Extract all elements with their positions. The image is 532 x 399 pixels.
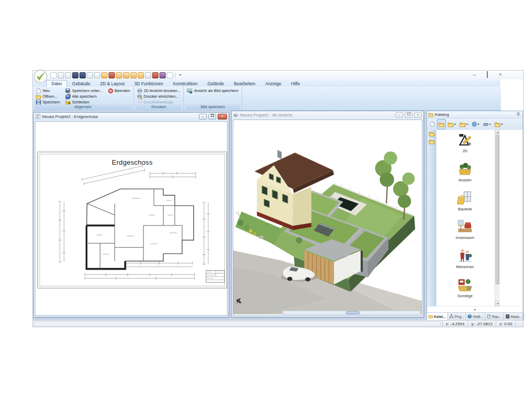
catalog-item-menschen[interactable]: Menschen bbox=[446, 248, 484, 277]
house-3d-render bbox=[233, 120, 422, 315]
menu-drucker-einrichten[interactable]: Drucker einrichten... bbox=[137, 94, 181, 99]
tab-2d-layout[interactable]: 2D & Layout bbox=[96, 81, 129, 87]
undo-icon[interactable] bbox=[58, 72, 64, 78]
tab-gelaende[interactable]: Gelände bbox=[203, 81, 229, 87]
catalog-strip-folder1-icon[interactable] bbox=[429, 131, 435, 137]
toolbar-overflow-icon[interactable] bbox=[179, 74, 182, 76]
catalog-side-strip bbox=[427, 130, 436, 306]
grid-icon[interactable] bbox=[94, 72, 100, 78]
view3d-horizontal-scrollbar[interactable] bbox=[283, 311, 420, 315]
flag-icon[interactable] bbox=[152, 72, 158, 78]
scroll-up-icon[interactable] bbox=[495, 130, 500, 135]
catalog-header[interactable]: Katalog bbox=[427, 111, 523, 118]
x-label: x: bbox=[446, 322, 449, 326]
connections-icon[interactable] bbox=[130, 72, 137, 78]
scroll-down-icon[interactable] bbox=[495, 301, 500, 306]
catalog-item-sonstige[interactable]: Sonstige bbox=[446, 277, 484, 306]
tab-anzeige[interactable]: Anzeige bbox=[260, 81, 286, 87]
catalog-web-button[interactable] bbox=[470, 119, 481, 129]
tab-hilfe[interactable]: Hilfe bbox=[286, 81, 304, 87]
heating-icon[interactable] bbox=[116, 72, 122, 78]
ruler-icon[interactable] bbox=[87, 72, 93, 78]
plan-canvas[interactable]: Erdgeschoss bbox=[35, 121, 228, 316]
tab-projekt[interactable]: Proj... bbox=[448, 313, 466, 320]
menu-drucker-einrichten-label: Drucker einrichten... bbox=[144, 94, 179, 99]
catalog-more-button[interactable] bbox=[493, 119, 504, 129]
redo-icon[interactable] bbox=[65, 72, 71, 78]
catalog-strip-folder2-icon[interactable] bbox=[429, 139, 435, 144]
copy-icon[interactable] bbox=[167, 72, 173, 78]
menu-druckreihenfolge-label: Druckreihenfolge bbox=[144, 100, 174, 104]
catalog-item-aussen[interactable]: Aussen bbox=[446, 161, 484, 190]
catalog-scrollbar-thumb[interactable] bbox=[496, 135, 499, 284]
menu-oeffnen[interactable]: Öffnen... bbox=[36, 94, 60, 99]
catalog-favorites-button[interactable] bbox=[458, 119, 470, 129]
view3d-window-title: Neues Projekt2 : 3D-Ansicht bbox=[240, 113, 394, 117]
plan-window: Neues Projekt2 : Erdgeschoss – × Erdgesc… bbox=[33, 112, 229, 317]
layers-icon[interactable] bbox=[159, 72, 166, 78]
view3d-maximize-button[interactable] bbox=[405, 112, 413, 118]
view3d-close-button[interactable]: × bbox=[414, 112, 422, 118]
materials-icon[interactable] bbox=[109, 72, 115, 78]
y-value: -27,0812 bbox=[476, 322, 493, 326]
plan-window-titlebar[interactable]: Neues Projekt2 : Erdgeschoss – × bbox=[34, 113, 229, 120]
catalog-item-label: Menschen bbox=[456, 264, 474, 269]
view3d-scrollbar-handle[interactable] bbox=[346, 311, 360, 314]
menu-schliessen-label: Schließen bbox=[72, 100, 89, 104]
pin-icon[interactable] bbox=[515, 112, 521, 117]
tab-katalog[interactable]: Katal... bbox=[427, 313, 448, 320]
menu-alle-speichern[interactable]: Alle speichern bbox=[65, 94, 103, 99]
tab-gebaeude[interactable]: Gebäude bbox=[68, 81, 95, 87]
tab-datei[interactable]: Datei bbox=[46, 80, 67, 87]
plan-sheet[interactable]: Erdgeschoss bbox=[37, 152, 227, 288]
tab-bearbeiten[interactable]: Bearbeiten bbox=[229, 81, 260, 87]
menu-neu-label: Neu bbox=[43, 88, 50, 93]
catalog-item-bauteile[interactable]: Bauteile bbox=[446, 190, 484, 219]
catalog-item-label: Innenraum bbox=[456, 235, 474, 240]
app-logo-icon[interactable] bbox=[33, 69, 48, 84]
doors-icon[interactable] bbox=[145, 72, 151, 78]
plan-minimize-button[interactable]: – bbox=[199, 114, 207, 119]
catalog-bottom-tabs: Katal... Proj... Hotli... Rau... Mass... bbox=[427, 312, 523, 320]
catalog-item-label: Bauteile bbox=[458, 207, 472, 211]
catalog-edit-folder-button[interactable] bbox=[437, 119, 446, 129]
catalog-sonstige-icon bbox=[457, 277, 473, 292]
menu-speichern-unter[interactable]: Speichern unter... bbox=[65, 88, 103, 94]
menu-ansicht-als-bild[interactable]: Ansicht als Bild speichern bbox=[187, 88, 238, 94]
minimize-button[interactable]: – bbox=[471, 72, 477, 78]
catalog-item-2d[interactable]: 2D bbox=[446, 132, 484, 161]
view3d-canvas[interactable] bbox=[233, 119, 422, 316]
pipes-icon[interactable] bbox=[123, 72, 129, 78]
app-titlebar[interactable]: – × bbox=[33, 71, 523, 79]
view3d-window: Neues Projekt2 : 3D-Ansicht – × bbox=[231, 111, 424, 317]
menu-2d-ansicht-drucken[interactable]: 2D Ansicht drucken... bbox=[137, 88, 181, 94]
maximize-button[interactable] bbox=[484, 72, 490, 78]
view3d-window-titlebar[interactable]: Neues Projekt2 : 3D-Ansicht – × bbox=[232, 111, 423, 118]
group-drucken: 2D Ansicht drucken... Drucker einrichten… bbox=[134, 87, 184, 110]
menu-neu[interactable]: Neu bbox=[36, 88, 60, 94]
catalog-aussen-icon bbox=[457, 161, 473, 177]
application-window: – × Datei Gebäude 2D & Layout 3D Funktio… bbox=[32, 70, 524, 327]
catalog-scrollbar[interactable] bbox=[495, 130, 500, 306]
plan-maximize-button[interactable] bbox=[208, 114, 216, 119]
catalog-2d-button[interactable]: 2D bbox=[482, 119, 493, 129]
catalog-open-folder-button[interactable] bbox=[446, 119, 458, 129]
view3d-minimize-button[interactable]: – bbox=[395, 112, 403, 118]
stairs-icon[interactable] bbox=[138, 72, 144, 78]
catalog-back-button[interactable] bbox=[428, 119, 436, 129]
catalog-item-innenraum[interactable]: Innenraum bbox=[446, 219, 484, 248]
render-icon[interactable] bbox=[101, 72, 108, 78]
tab-konstruktion[interactable]: Konstruktion bbox=[168, 81, 202, 87]
zoom-all-icon[interactable] bbox=[79, 72, 86, 78]
plan-close-button[interactable]: × bbox=[218, 114, 227, 119]
menu-beenden[interactable]: Beenden bbox=[108, 88, 130, 94]
tab-3d-funktionen[interactable]: 3D Funktionen bbox=[130, 81, 168, 87]
close-button[interactable]: × bbox=[497, 72, 503, 78]
tab-hotline[interactable]: Hotli... bbox=[466, 313, 485, 320]
zoom-section-icon[interactable] bbox=[72, 72, 78, 78]
tab-massen[interactable]: Mass... bbox=[504, 313, 525, 320]
new-document-icon[interactable] bbox=[50, 72, 57, 78]
tab-raum[interactable]: Rau... bbox=[485, 313, 504, 320]
catalog-body: 2D Aussen Bauteile Innenraum bbox=[427, 130, 523, 306]
z-label: z: bbox=[499, 322, 502, 326]
